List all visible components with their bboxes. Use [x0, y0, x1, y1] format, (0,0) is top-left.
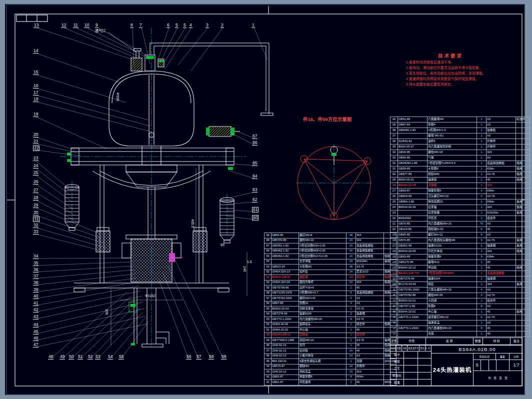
bom-cell: A3	[486, 288, 516, 293]
bom-cell: 气嘴	[428, 156, 477, 161]
bom-cell: A3	[486, 117, 516, 122]
bom-cell: BS64.05-07	[398, 144, 428, 150]
bom-row: 38GB6482.1-82O形圈Φ8×1.91硅橡胶	[390, 128, 530, 134]
tech-req-line: 3.易生锈部位、各传动部位应加油防锈、涂润滑脂。	[406, 70, 495, 76]
bom-cell: A3-70	[356, 317, 384, 322]
bom-cell: 67	[264, 244, 272, 249]
bom-cell	[516, 134, 530, 139]
bom-cell	[516, 222, 530, 227]
bom-row: 35BS64.05-07内六角螺栓防护帽1升降件	[390, 144, 530, 150]
bom-cell: 浮球阀	[428, 183, 477, 188]
bom-cell: 4	[477, 194, 486, 200]
bom-cell: GB/T97.1-85	[398, 304, 428, 310]
bom-cell: 45	[264, 359, 272, 364]
bom-cell: 弹簧垫圈6	[428, 254, 477, 260]
rev-label: 处数	[396, 346, 402, 351]
bom-cell	[272, 259, 299, 264]
bom-cell: 备用	[516, 310, 530, 315]
bom-cell: GB65-85	[398, 232, 428, 238]
bom-cell: A2-70	[486, 238, 516, 244]
bom-row: 33GB30-85气嘴1A3	[390, 156, 530, 161]
bom-cell: 56	[264, 301, 272, 306]
bom-cell	[516, 232, 530, 238]
bom-cell: 食品用硅橡胶	[486, 161, 516, 166]
bom-cell: GB70-85	[398, 238, 428, 244]
bom-cell: BC17A.03-44	[398, 282, 428, 288]
bom-cell	[516, 227, 530, 232]
bom-cell: 48	[346, 264, 356, 270]
bom-cell	[516, 326, 530, 332]
bom-cell: GB97-85	[272, 301, 299, 306]
bom-cell	[516, 332, 530, 337]
bom-cell	[398, 332, 428, 337]
bom-cell: GB/T7940.5-1985	[272, 338, 299, 344]
bom-cell: 18	[390, 238, 398, 244]
bom-cell: 内六角螺栓M8×20	[428, 326, 477, 332]
bom-cell	[516, 293, 530, 298]
bom-cell: 1	[477, 166, 486, 172]
bom-row: 13BS64A.02-10导向柱145借用	[390, 266, 530, 271]
bom-cell: 圆柱销6×30	[428, 227, 477, 232]
bom-cell: A3	[486, 320, 516, 326]
bom-cell: O形圈Φ8×1.9	[428, 128, 477, 134]
bom-row: 66GB5452.1-82O形密封圈Φ69×2.6524食品用硅橡胶	[264, 248, 396, 254]
bom-cell: 48	[346, 233, 356, 238]
bom-cell: 食品用硅橡胶	[486, 271, 516, 276]
bom-cell: GB/T70.1-2000	[272, 317, 299, 322]
bom-cell: 隔套	[428, 282, 477, 288]
bom-cell: 灌装阀	[299, 275, 346, 280]
bom-cell: 52	[264, 322, 272, 328]
bom-cell: 304	[356, 280, 384, 286]
bom-cell: 环形螺母	[299, 380, 346, 386]
bom-cell: GB5783-86	[272, 238, 299, 244]
bom-cell: 六角头螺栓M8×30	[428, 288, 477, 293]
bom-cell: A3-70	[356, 338, 384, 344]
bom-cell: 8	[346, 290, 356, 296]
bom-cell: 尼龙1010	[356, 270, 384, 275]
bom-cell: 1	[477, 298, 486, 304]
bom-cell: 6	[477, 227, 486, 232]
bom-row: 57GB/T5782-2000螺栓M10×404A3	[264, 296, 396, 302]
bom-cell: GB523-26	[272, 264, 299, 270]
bom-cell: A3	[486, 134, 516, 139]
bom-cell: 8	[346, 374, 356, 380]
bom-cell: 长紧弹簧	[299, 259, 346, 264]
bom-row: 58GB/T1235-1976O形圈Φ85×5.78食品用硅橡胶借用	[264, 290, 396, 296]
bom-cell: A3	[356, 296, 384, 302]
bom-cell: 铸钢	[356, 359, 384, 364]
bom-cell: 50	[264, 332, 272, 338]
bom-cell: 1	[477, 276, 486, 282]
bom-cell: GB/T1235-1976	[272, 290, 299, 296]
bom-cell: 45	[486, 332, 516, 337]
bom-row: 64长紧弹簧2460Si2Mn备用	[264, 259, 396, 264]
stage-value: S	[474, 360, 481, 370]
bom-cell: 1	[477, 161, 486, 166]
bom-cell: 36	[390, 139, 398, 144]
bom-cell: 55	[264, 306, 272, 312]
bom-cell: 46	[264, 354, 272, 359]
bom-cell: 4	[477, 293, 486, 298]
bom-cell: T形密封圈T1Z54×9.5	[428, 161, 477, 166]
bom-cell: 大垫圈Φ6	[299, 264, 346, 270]
bom-cell: 65Mn	[486, 254, 516, 260]
bom-cell: 1	[477, 216, 486, 222]
bom-cell: 24	[346, 244, 356, 249]
bom-cell: 轴承钢	[356, 312, 384, 317]
bom-cell: 35	[390, 144, 398, 150]
bom-cell: 26	[390, 194, 398, 200]
bom-cell: 28	[390, 183, 398, 188]
bom-cell: GB5452.1-82	[272, 248, 299, 254]
bom-cell	[398, 320, 428, 326]
bom-cell: 组合件	[356, 332, 384, 338]
bom-cell: 六角螺母M4	[428, 117, 477, 122]
bom-cell: 1	[477, 156, 486, 161]
bom-row: 16BS64A.02-05环托升降架1304借用	[390, 249, 530, 254]
bom-cell: 内六角螺栓M5×16	[428, 222, 477, 227]
scale-label: 比例	[510, 354, 523, 360]
bom-cell: 1	[346, 359, 356, 364]
bom-cell: 53	[264, 317, 272, 322]
bom-cell: 内六角螺栓M6×20	[299, 317, 346, 322]
bom-cell: 6	[477, 315, 486, 320]
bom-row: 5BS64A.02-02中心轴145备用	[390, 310, 530, 315]
bom-cell: 47	[264, 348, 272, 354]
